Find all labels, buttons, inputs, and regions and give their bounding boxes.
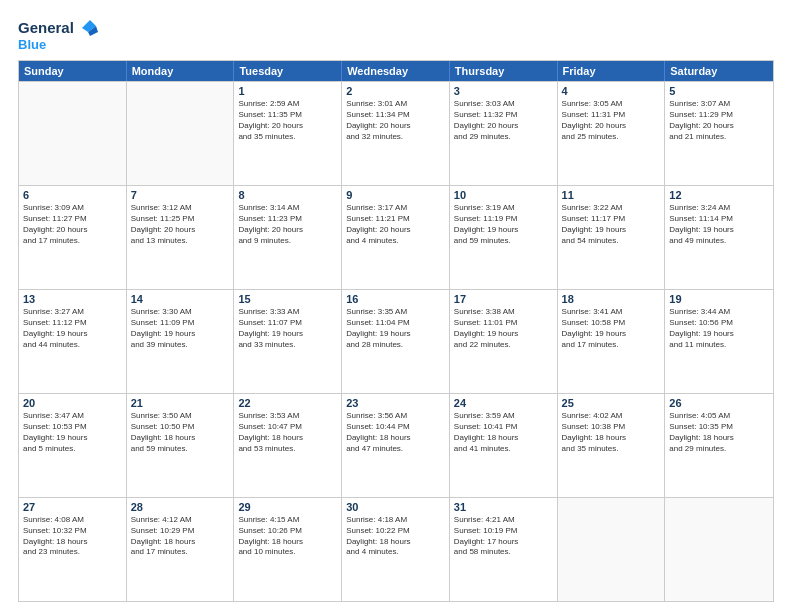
calendar-body: 1Sunrise: 2:59 AM Sunset: 11:35 PM Dayli…: [19, 81, 773, 601]
day-cell-21: 21Sunrise: 3:50 AM Sunset: 10:50 PM Dayl…: [127, 394, 235, 497]
week-row-3: 13Sunrise: 3:27 AM Sunset: 11:12 PM Dayl…: [19, 289, 773, 393]
day-info: Sunrise: 3:09 AM Sunset: 11:27 PM Daylig…: [23, 203, 122, 246]
day-info: Sunrise: 4:15 AM Sunset: 10:26 PM Daylig…: [238, 515, 337, 558]
day-number: 15: [238, 293, 337, 305]
day-cell-23: 23Sunrise: 3:56 AM Sunset: 10:44 PM Dayl…: [342, 394, 450, 497]
day-cell-19: 19Sunrise: 3:44 AM Sunset: 10:56 PM Dayl…: [665, 290, 773, 393]
day-number: 18: [562, 293, 661, 305]
day-number: 4: [562, 85, 661, 97]
logo-text: General: [18, 20, 74, 37]
week-row-4: 20Sunrise: 3:47 AM Sunset: 10:53 PM Dayl…: [19, 393, 773, 497]
day-number: 21: [131, 397, 230, 409]
calendar: SundayMondayTuesdayWednesdayThursdayFrid…: [18, 60, 774, 602]
week-row-1: 1Sunrise: 2:59 AM Sunset: 11:35 PM Dayli…: [19, 81, 773, 185]
day-cell-7: 7Sunrise: 3:12 AM Sunset: 11:25 PM Dayli…: [127, 186, 235, 289]
day-cell-5: 5Sunrise: 3:07 AM Sunset: 11:29 PM Dayli…: [665, 82, 773, 185]
day-cell-29: 29Sunrise: 4:15 AM Sunset: 10:26 PM Dayl…: [234, 498, 342, 601]
day-number: 10: [454, 189, 553, 201]
day-info: Sunrise: 3:07 AM Sunset: 11:29 PM Daylig…: [669, 99, 769, 142]
day-cell-25: 25Sunrise: 4:02 AM Sunset: 10:38 PM Dayl…: [558, 394, 666, 497]
empty-cell: [558, 498, 666, 601]
weekday-header-saturday: Saturday: [665, 61, 773, 81]
day-cell-14: 14Sunrise: 3:30 AM Sunset: 11:09 PM Dayl…: [127, 290, 235, 393]
logo-bird-icon: [76, 18, 98, 38]
day-info: Sunrise: 3:33 AM Sunset: 11:07 PM Daylig…: [238, 307, 337, 350]
day-cell-3: 3Sunrise: 3:03 AM Sunset: 11:32 PM Dayli…: [450, 82, 558, 185]
day-cell-27: 27Sunrise: 4:08 AM Sunset: 10:32 PM Dayl…: [19, 498, 127, 601]
day-info: Sunrise: 3:27 AM Sunset: 11:12 PM Daylig…: [23, 307, 122, 350]
day-number: 29: [238, 501, 337, 513]
day-number: 11: [562, 189, 661, 201]
day-info: Sunrise: 4:18 AM Sunset: 10:22 PM Daylig…: [346, 515, 445, 558]
day-cell-9: 9Sunrise: 3:17 AM Sunset: 11:21 PM Dayli…: [342, 186, 450, 289]
day-cell-2: 2Sunrise: 3:01 AM Sunset: 11:34 PM Dayli…: [342, 82, 450, 185]
day-cell-8: 8Sunrise: 3:14 AM Sunset: 11:23 PM Dayli…: [234, 186, 342, 289]
day-info: Sunrise: 3:41 AM Sunset: 10:58 PM Daylig…: [562, 307, 661, 350]
day-number: 8: [238, 189, 337, 201]
day-number: 2: [346, 85, 445, 97]
logo-blue-text: Blue: [18, 38, 46, 52]
day-info: Sunrise: 3:38 AM Sunset: 11:01 PM Daylig…: [454, 307, 553, 350]
day-info: Sunrise: 3:14 AM Sunset: 11:23 PM Daylig…: [238, 203, 337, 246]
empty-cell: [127, 82, 235, 185]
day-cell-30: 30Sunrise: 4:18 AM Sunset: 10:22 PM Dayl…: [342, 498, 450, 601]
day-info: Sunrise: 3:19 AM Sunset: 11:19 PM Daylig…: [454, 203, 553, 246]
day-info: Sunrise: 4:12 AM Sunset: 10:29 PM Daylig…: [131, 515, 230, 558]
day-info: Sunrise: 4:21 AM Sunset: 10:19 PM Daylig…: [454, 515, 553, 558]
day-number: 14: [131, 293, 230, 305]
weekday-header-sunday: Sunday: [19, 61, 127, 81]
day-info: Sunrise: 3:50 AM Sunset: 10:50 PM Daylig…: [131, 411, 230, 454]
logo: General Blue: [18, 18, 98, 52]
day-info: Sunrise: 2:59 AM Sunset: 11:35 PM Daylig…: [238, 99, 337, 142]
empty-cell: [19, 82, 127, 185]
day-number: 9: [346, 189, 445, 201]
weekday-header-thursday: Thursday: [450, 61, 558, 81]
day-number: 26: [669, 397, 769, 409]
day-cell-28: 28Sunrise: 4:12 AM Sunset: 10:29 PM Dayl…: [127, 498, 235, 601]
day-info: Sunrise: 4:08 AM Sunset: 10:32 PM Daylig…: [23, 515, 122, 558]
day-number: 17: [454, 293, 553, 305]
day-info: Sunrise: 3:47 AM Sunset: 10:53 PM Daylig…: [23, 411, 122, 454]
day-info: Sunrise: 3:03 AM Sunset: 11:32 PM Daylig…: [454, 99, 553, 142]
day-cell-10: 10Sunrise: 3:19 AM Sunset: 11:19 PM Dayl…: [450, 186, 558, 289]
day-number: 30: [346, 501, 445, 513]
weekday-header-wednesday: Wednesday: [342, 61, 450, 81]
day-info: Sunrise: 4:05 AM Sunset: 10:35 PM Daylig…: [669, 411, 769, 454]
day-cell-20: 20Sunrise: 3:47 AM Sunset: 10:53 PM Dayl…: [19, 394, 127, 497]
day-cell-11: 11Sunrise: 3:22 AM Sunset: 11:17 PM Dayl…: [558, 186, 666, 289]
week-row-2: 6Sunrise: 3:09 AM Sunset: 11:27 PM Dayli…: [19, 185, 773, 289]
day-cell-16: 16Sunrise: 3:35 AM Sunset: 11:04 PM Dayl…: [342, 290, 450, 393]
day-info: Sunrise: 3:12 AM Sunset: 11:25 PM Daylig…: [131, 203, 230, 246]
day-info: Sunrise: 3:01 AM Sunset: 11:34 PM Daylig…: [346, 99, 445, 142]
day-number: 13: [23, 293, 122, 305]
day-cell-13: 13Sunrise: 3:27 AM Sunset: 11:12 PM Dayl…: [19, 290, 127, 393]
day-number: 6: [23, 189, 122, 201]
day-info: Sunrise: 3:24 AM Sunset: 11:14 PM Daylig…: [669, 203, 769, 246]
day-number: 25: [562, 397, 661, 409]
day-info: Sunrise: 3:53 AM Sunset: 10:47 PM Daylig…: [238, 411, 337, 454]
day-cell-15: 15Sunrise: 3:33 AM Sunset: 11:07 PM Dayl…: [234, 290, 342, 393]
day-info: Sunrise: 4:02 AM Sunset: 10:38 PM Daylig…: [562, 411, 661, 454]
day-number: 23: [346, 397, 445, 409]
day-number: 12: [669, 189, 769, 201]
day-info: Sunrise: 3:35 AM Sunset: 11:04 PM Daylig…: [346, 307, 445, 350]
day-info: Sunrise: 3:05 AM Sunset: 11:31 PM Daylig…: [562, 99, 661, 142]
day-cell-26: 26Sunrise: 4:05 AM Sunset: 10:35 PM Dayl…: [665, 394, 773, 497]
day-cell-17: 17Sunrise: 3:38 AM Sunset: 11:01 PM Dayl…: [450, 290, 558, 393]
empty-cell: [665, 498, 773, 601]
weekday-header-tuesday: Tuesday: [234, 61, 342, 81]
day-number: 7: [131, 189, 230, 201]
day-number: 31: [454, 501, 553, 513]
day-number: 5: [669, 85, 769, 97]
day-cell-6: 6Sunrise: 3:09 AM Sunset: 11:27 PM Dayli…: [19, 186, 127, 289]
day-cell-12: 12Sunrise: 3:24 AM Sunset: 11:14 PM Dayl…: [665, 186, 773, 289]
day-info: Sunrise: 3:44 AM Sunset: 10:56 PM Daylig…: [669, 307, 769, 350]
day-number: 27: [23, 501, 122, 513]
day-cell-22: 22Sunrise: 3:53 AM Sunset: 10:47 PM Dayl…: [234, 394, 342, 497]
day-info: Sunrise: 3:59 AM Sunset: 10:41 PM Daylig…: [454, 411, 553, 454]
weekday-header-friday: Friday: [558, 61, 666, 81]
day-info: Sunrise: 3:17 AM Sunset: 11:21 PM Daylig…: [346, 203, 445, 246]
day-number: 20: [23, 397, 122, 409]
day-number: 28: [131, 501, 230, 513]
calendar-header: SundayMondayTuesdayWednesdayThursdayFrid…: [19, 61, 773, 81]
